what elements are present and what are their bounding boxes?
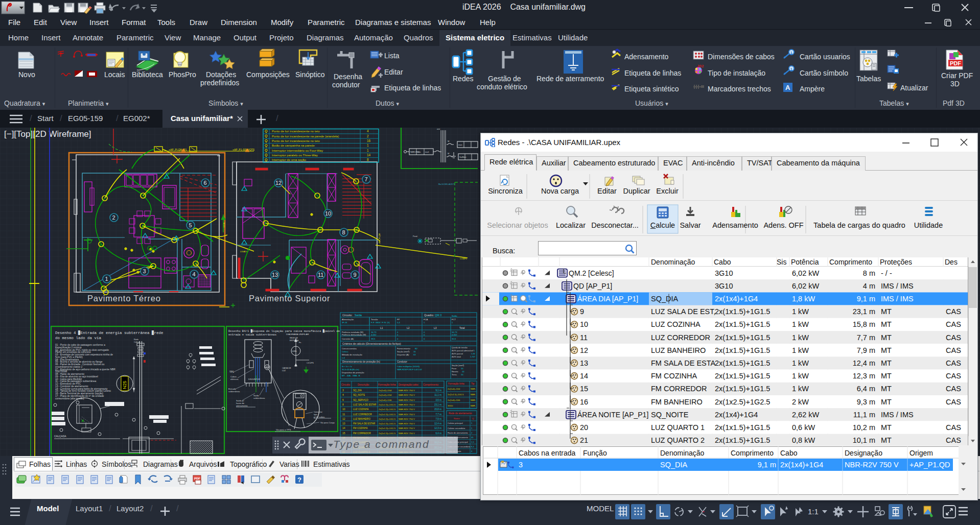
svg-text:6,4 m: 6,4 m	[857, 385, 875, 393]
svg-text:LUZ COZINHA: LUZ COZINHA	[651, 320, 701, 328]
svg-text:10,2 m: 10,2 m	[853, 423, 875, 432]
svg-text:11,1 m: 11,1 m	[434, 394, 441, 396]
svg-text:Disjuntor (A):: Disjuntor (A):	[397, 353, 409, 356]
svg-text:Fornecimento:: Fornecimento:	[397, 347, 411, 350]
svg-text:SQ_DIA: SQ_DIA	[353, 389, 362, 392]
svg-text:1,5: 1,5	[471, 441, 474, 443]
svg-text:2 kW: 2 kW	[792, 398, 809, 406]
svg-text:REDE DE: REDE DE	[290, 337, 298, 339]
svg-text:LUZ COZINHA: LUZ COZINHA	[353, 408, 369, 411]
svg-text:Potência demandada (W): Potência demandada (W)	[342, 333, 366, 336]
svg-text:30,5<40 A (B<=In): 30,5<40 A (B<=In)	[342, 368, 359, 371]
svg-text:CAS: CAS	[946, 423, 961, 432]
svg-text:11: 11	[342, 413, 345, 416]
svg-text:3: 3	[519, 461, 523, 469]
svg-text:+AP_P1.QD: +AP_P1.QD	[909, 461, 950, 469]
svg-text:2x(1x1.5)+1G1.5: 2x(1x1.5)+1G1.5	[379, 408, 395, 411]
svg-text:[−][Top][2D Wireframe]: [−][Top][2D Wireframe]	[4, 129, 91, 139]
svg-text:12,4 m: 12,4 m	[853, 359, 875, 367]
svg-text:Designação cabo: Designação cabo	[399, 383, 418, 386]
svg-text:Ponto de luz incandescente na: Ponto de luz incandescente na parede (ar…	[272, 135, 339, 138]
svg-text:3G10: 3G10	[715, 282, 733, 290]
svg-text:MT: MT	[881, 398, 892, 406]
svg-text:NBR-: NBR-	[471, 404, 476, 407]
svg-text:23,1 m: 23,1 m	[853, 307, 875, 316]
svg-text:CALÇADA: CALÇADA	[54, 435, 66, 438]
svg-text:ΔU% parcial: ΔU% parcial	[452, 352, 463, 355]
svg-text:3G10: 3G10	[448, 404, 453, 407]
svg-text:2x(1x1.5)+1G1.5: 2x(1x1.5)+1G1.5	[715, 372, 770, 380]
svg-text:38,5: 38,5	[371, 338, 376, 340]
svg-text:NBR-R2V 750 V: NBR-R2V 750 V	[399, 427, 415, 429]
svg-text:subterrânea: subterrânea	[228, 390, 240, 393]
svg-text:14: 14	[367, 153, 371, 157]
svg-text:FM BANHEIRO: FM BANHEIRO	[651, 398, 703, 406]
svg-text:Circuito: Circuito	[341, 383, 350, 386]
svg-text:Ma.50 DEL.AJ/DTJ: Ma.50 DEL.AJ/DTJ	[438, 183, 455, 185]
svg-text:NBR-: NBR-	[471, 393, 476, 396]
svg-text:Dimensionamento de proteção (I: Dimensionamento de proteção (In)	[342, 361, 380, 363]
svg-text:n.d: n.d	[342, 356, 345, 359]
svg-text:2x(1x1.5)+1G1.5: 2x(1x1.5)+1G1.5	[715, 320, 770, 328]
svg-text:2: 2	[112, 214, 115, 221]
svg-text:LUZ CORREDOR: LUZ CORREDOR	[353, 413, 372, 416]
svg-text:L3: L3	[434, 326, 437, 329]
svg-text:Formação linha: Formação linha	[378, 383, 396, 386]
svg-text:Seção (mm²): Seção (mm²)	[452, 364, 464, 367]
svg-text:2x(1x4)+1G4: 2x(1x4)+1G4	[379, 394, 392, 396]
svg-text:SQ_NOITE: SQ_NOITE	[651, 411, 689, 419]
svg-text:Interruptor de uma seção: Interruptor de uma seção	[272, 158, 307, 161]
svg-text:Seção (mm²):: Seção (mm²):	[397, 350, 410, 353]
svg-text:MT: MT	[881, 436, 892, 444]
svg-text:MT: MT	[881, 423, 892, 432]
svg-text:MT: MT	[881, 307, 892, 316]
svg-text:F-F: 380V / F-N: (V): F-F: 380V / F-N: (V)	[371, 321, 390, 324]
svg-text:MT: MT	[881, 333, 892, 342]
svg-text:15,8 m: 15,8 m	[853, 320, 875, 328]
svg-text:LUZ SALA DE EST,: LUZ SALA DE EST,	[651, 307, 716, 316]
svg-text:C3 DPS: C3 DPS	[307, 362, 314, 364]
svg-text:Saída: Saída	[452, 315, 457, 317]
svg-text:FM CORREDOR: FM CORREDOR	[651, 385, 707, 393]
svg-text:LUZ SALA DE ESTAR: LUZ SALA DE ESTAR	[353, 403, 377, 406]
svg-text:MT: MT	[881, 359, 892, 367]
svg-text:NBR-R2V 750 V: NBR-R2V 750 V	[845, 461, 899, 469]
svg-text:11,1 m: 11,1 m	[853, 411, 875, 419]
svg-text:NBR-R2V 750 V: NBR-R2V 750 V	[399, 413, 415, 416]
svg-text:L1: L1	[380, 326, 383, 329]
svg-text:1: 1	[367, 149, 369, 152]
svg-text:21: 21	[580, 436, 588, 444]
svg-text:9: 9	[580, 307, 584, 316]
svg-text:kWh: kWh	[292, 350, 297, 352]
svg-text:TPS: TPS	[229, 371, 234, 373]
svg-text:2x(1x1.5)+1G1.5: 2x(1x1.5)+1G1.5	[379, 418, 395, 420]
svg-text:13: 13	[272, 272, 278, 278]
svg-text:Corrente (A): Corrente (A)	[342, 338, 354, 340]
svg-text:SalMotr: SalMotr	[459, 156, 466, 158]
svg-text:1 kW: 1 kW	[792, 307, 809, 316]
svg-text:NBR-: NBR-	[471, 399, 476, 401]
svg-text:2x(1x6)+1G6: 2x(1x6)+1G6	[379, 399, 392, 401]
svg-text:2x(1x1.5)+1G1.5: 2x(1x1.5)+1G1.5	[448, 393, 464, 396]
svg-text:L2: L2	[407, 326, 410, 329]
svg-text:FM COZINHA: FM COZINHA	[353, 427, 368, 429]
svg-text:Ib < In < Iz: Ib < In < Iz	[342, 365, 352, 368]
svg-text:mon: mon	[458, 144, 462, 146]
svg-text:p/ 02 cabos: p/ 02 cabos	[314, 416, 325, 418]
svg-text:Q: Q	[472, 417, 474, 420]
svg-text:1:1: 1:1	[808, 507, 819, 516]
svg-text:IMS / IMS: IMS / IMS	[881, 282, 914, 290]
svg-text:12,3 m: 12,3 m	[434, 427, 441, 429]
svg-text:1 kW: 1 kW	[792, 385, 809, 393]
svg-text:1: 1	[790, 67, 793, 71]
svg-text:Cabral: Cabral	[134, 341, 139, 343]
svg-text:QM.3: QM.3	[435, 314, 441, 317]
svg-text:Celesc: Celesc	[342, 350, 348, 353]
svg-text:NBR-: NBR-	[471, 388, 476, 390]
svg-text:FP: FP	[397, 318, 400, 321]
svg-text:Interruptor intermediário ou F: Interruptor intermediário ou Four-Way	[272, 149, 323, 152]
svg-text:0,8 kW: 0,8 kW	[792, 436, 815, 444]
svg-text:15: 15	[342, 432, 345, 435]
svg-text:Pavimento Superior: Pavimento Superior	[249, 294, 330, 303]
svg-text:1 kW: 1 kW	[792, 320, 809, 328]
